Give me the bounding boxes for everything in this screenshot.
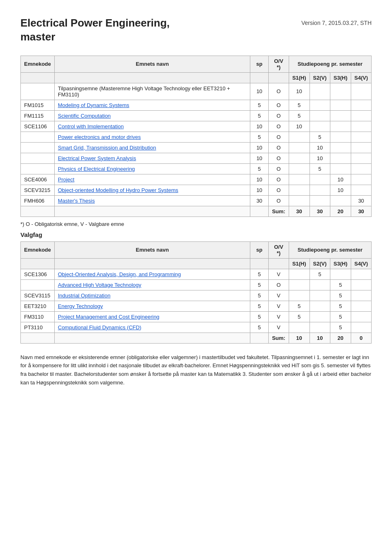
sum-s4: 30 bbox=[351, 206, 371, 217]
cell-ov: O bbox=[269, 121, 289, 132]
course-link[interactable]: Control with Implementation bbox=[58, 123, 124, 129]
course-link[interactable]: Power electronics and motor drives bbox=[58, 134, 141, 140]
course-link[interactable]: Energy Technology bbox=[58, 303, 103, 309]
cell-s4 bbox=[351, 163, 371, 174]
cell-s4 bbox=[351, 121, 371, 132]
cell-code: EET3210 bbox=[21, 301, 55, 311]
cell-s4 bbox=[351, 290, 371, 301]
cell-sp: 5 bbox=[250, 132, 269, 142]
table-row: Smart Grid, Transmission and Distributio… bbox=[21, 142, 372, 153]
course-link[interactable]: Industrial Optimization bbox=[58, 292, 111, 299]
cell-code bbox=[21, 83, 55, 100]
cell-s3 bbox=[330, 100, 351, 110]
cell-ov: V bbox=[269, 269, 289, 279]
cell-s3: 5 bbox=[330, 311, 351, 322]
sum-row: Sum: 30 30 20 30 bbox=[21, 206, 372, 217]
cell-sp: 5 bbox=[250, 163, 269, 174]
cell-code: FM1015 bbox=[21, 100, 55, 110]
sum-s2: 30 bbox=[310, 206, 330, 217]
cell-s3: 10 bbox=[330, 174, 351, 185]
cell-s4 bbox=[351, 311, 371, 322]
cell-sp: 5 bbox=[250, 311, 269, 322]
col-header-blank1 bbox=[21, 72, 55, 83]
cell-s2 bbox=[310, 83, 330, 100]
table-row: Power electronics and motor drives 5 O 5 bbox=[21, 132, 372, 142]
cell-s2 bbox=[310, 301, 330, 311]
vsum-blank2 bbox=[54, 333, 250, 343]
course-link[interactable]: Project Management and Cost Engineering bbox=[58, 314, 160, 320]
table-row: Tilpasningsemne (Masteremne High Voltage… bbox=[21, 83, 372, 100]
table-row: FMH606 Master's Thesis 30 O 30 bbox=[21, 195, 372, 206]
cell-s1 bbox=[289, 132, 310, 142]
table-row: SCEV3215 Object-oriented Modelling of Hy… bbox=[21, 185, 372, 195]
cell-ov: O bbox=[269, 132, 289, 142]
cell-s1: 10 bbox=[289, 121, 310, 132]
course-link[interactable]: Computional Fluid Dynamics (CFD) bbox=[58, 324, 141, 330]
cell-code bbox=[21, 132, 55, 142]
course-link[interactable]: Object-Oriented Analysis, Design, and Pr… bbox=[58, 271, 181, 277]
table-row: EET3210 Energy Technology 5 V 5 5 bbox=[21, 301, 372, 311]
cell-s4 bbox=[351, 322, 371, 333]
cell-s1 bbox=[289, 163, 310, 174]
cell-s2: 5 bbox=[310, 163, 330, 174]
page-header: Electrical Power Engineering, master Ver… bbox=[20, 16, 372, 44]
cell-s1: 5 bbox=[289, 100, 310, 110]
valgfag-col-s4v: S4(V) bbox=[351, 258, 371, 269]
valgfag-col-studiepoeng: Studiepoeng pr. semester bbox=[289, 241, 371, 258]
table-row: SCEV3115 Industrial Optimization 5 V 5 bbox=[21, 290, 372, 301]
cell-s3 bbox=[330, 121, 351, 132]
cell-s4 bbox=[351, 279, 371, 290]
title-block: Electrical Power Engineering, master bbox=[20, 16, 170, 44]
course-link[interactable]: Object-oriented Modelling of Hydro Power… bbox=[58, 187, 178, 193]
cell-s2: 5 bbox=[310, 269, 330, 279]
cell-code: PT3110 bbox=[21, 322, 55, 333]
cell-name: Modeling of Dynamic Systems bbox=[54, 100, 250, 110]
col-header-s4v: S4(V) bbox=[351, 72, 371, 83]
col-header-sp: sp bbox=[250, 56, 269, 72]
cell-name: Master's Thesis bbox=[54, 195, 250, 206]
cell-code: SCEV3115 bbox=[21, 290, 55, 301]
course-link[interactable]: Project bbox=[58, 176, 74, 183]
cell-s1: 5 bbox=[289, 301, 310, 311]
vsum-label: Sum: bbox=[269, 333, 289, 343]
cell-s2 bbox=[310, 290, 330, 301]
col-header-studiepoeng: Studiepoeng pr. semester bbox=[289, 56, 371, 72]
cell-name: Power electronics and motor drives bbox=[54, 132, 250, 142]
course-link[interactable]: Electrical Power System Analysis bbox=[58, 155, 136, 161]
cell-s1 bbox=[289, 290, 310, 301]
course-link[interactable]: Master's Thesis bbox=[58, 198, 95, 204]
cell-code: SCEV3215 bbox=[21, 185, 55, 195]
sum-blank1 bbox=[21, 206, 55, 217]
vsum-s2: 10 bbox=[310, 333, 330, 343]
course-link[interactable]: Scientific Computation bbox=[58, 113, 111, 119]
course-link[interactable]: Advanced High Voltage Technology bbox=[58, 282, 141, 288]
cell-s4 bbox=[351, 132, 371, 142]
cell-code bbox=[21, 279, 55, 290]
cell-sp: 5 bbox=[250, 290, 269, 301]
cell-sp: 5 bbox=[250, 269, 269, 279]
course-link[interactable]: Modeling of Dynamic Systems bbox=[58, 102, 129, 108]
page-title: Electrical Power Engineering, master bbox=[20, 16, 170, 44]
cell-s2: 10 bbox=[310, 153, 330, 163]
sum-s3: 20 bbox=[330, 206, 351, 217]
cell-sp: 5 bbox=[250, 322, 269, 333]
sum-blank3 bbox=[250, 206, 269, 217]
col-header-blank3 bbox=[250, 72, 269, 83]
sum-s1: 30 bbox=[289, 206, 310, 217]
col-header-emnets-navn: Emnets navn bbox=[54, 56, 250, 72]
cell-code: FMH606 bbox=[21, 195, 55, 206]
cell-s2 bbox=[310, 100, 330, 110]
course-link[interactable]: Physics of Electrical Engineering bbox=[58, 166, 135, 172]
valgfag-col-blank2 bbox=[54, 258, 250, 269]
course-link[interactable]: Smart Grid, Transmission and Distributio… bbox=[58, 145, 156, 151]
cell-s2: 5 bbox=[310, 132, 330, 142]
cell-sp: 10 bbox=[250, 185, 269, 195]
cell-name: Computional Fluid Dynamics (CFD) bbox=[54, 322, 250, 333]
cell-ov: V bbox=[269, 311, 289, 322]
valgfag-col-blank4 bbox=[269, 258, 289, 269]
cell-sp: 10 bbox=[250, 142, 269, 153]
cell-s3: 5 bbox=[330, 322, 351, 333]
cell-s2 bbox=[310, 195, 330, 206]
cell-s4 bbox=[351, 174, 371, 185]
cell-ov: O bbox=[269, 163, 289, 174]
